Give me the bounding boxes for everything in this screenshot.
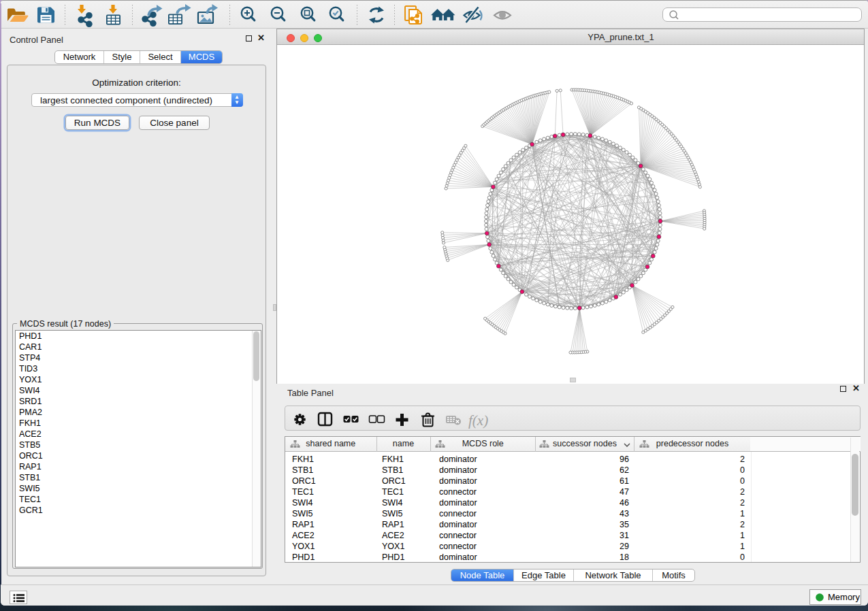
svg-text:f(x): f(x) — [468, 412, 488, 429]
